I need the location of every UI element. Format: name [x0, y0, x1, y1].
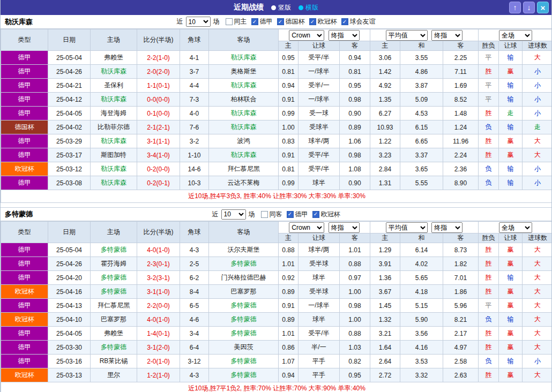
- average-select[interactable]: 平均值: [386, 222, 428, 233]
- handicap-result: 赢: [499, 134, 523, 148]
- odds-away: 0.88: [340, 257, 370, 271]
- away-team-name: 多特蒙德: [209, 313, 279, 327]
- result-badge: 平: [479, 93, 499, 107]
- odds-handicap: 一/球半: [299, 93, 340, 107]
- match-type-badge: 德甲: [1, 176, 48, 190]
- bookmaker-time-select[interactable]: 终指: [329, 30, 360, 41]
- match-type-badge: 德甲: [1, 148, 48, 162]
- away-team-name: 多特蒙德: [209, 257, 279, 271]
- match-score: 1-2(1-0): [137, 368, 180, 382]
- average-select[interactable]: 平均值: [386, 30, 428, 41]
- match-score: 3-1(1-1): [137, 134, 180, 148]
- scroll-up-button[interactable]: ↑: [509, 2, 521, 13]
- handicap-result: 赢: [499, 243, 523, 257]
- checkbox-checked-icon[interactable]: ✓: [309, 18, 316, 25]
- avg-home-odds: 1.45: [370, 299, 400, 313]
- close-button[interactable]: ×: [537, 2, 549, 13]
- avg-draw-odds: 6.65: [400, 134, 443, 148]
- avg-home-odds: 1.29: [370, 243, 400, 257]
- odds-away: 0.98: [340, 93, 370, 107]
- match-score: 2-3(0-1): [137, 257, 180, 271]
- avg-away-odds: 2.36: [443, 162, 479, 176]
- filter-checkbox[interactable]: ✓球会友谊: [341, 17, 376, 26]
- checkbox-unchecked-icon[interactable]: [226, 18, 233, 25]
- odds-handicap: 球半/两: [299, 243, 340, 257]
- bookmaker-select[interactable]: Crown: [289, 30, 324, 41]
- checkbox-checked-icon[interactable]: ✓: [312, 211, 319, 218]
- bookmaker-select[interactable]: Crown: [289, 222, 324, 233]
- away-team-name: 沃尔夫斯堡: [209, 243, 279, 257]
- handicap-result: 输: [499, 162, 523, 176]
- radio-horizontal-layout[interactable]: 横版: [299, 3, 318, 12]
- filter-checkbox[interactable]: ✓德国杯: [277, 17, 305, 26]
- avg-home-odds: 3.23: [370, 148, 400, 162]
- odds-away: 1.08: [340, 162, 370, 176]
- checkbox-checked-icon[interactable]: ✓: [287, 211, 294, 218]
- filter-row: 多特蒙德 近 10 场 同客✓德甲✓欧冠杯: [1, 207, 551, 221]
- result-badge: 胜: [479, 368, 499, 382]
- result-badge: 平: [479, 299, 499, 313]
- avg-draw-odds: 5.09: [400, 93, 443, 107]
- odds-away: 1.00: [340, 313, 370, 327]
- checkbox-unchecked-icon[interactable]: [261, 211, 268, 218]
- filter-checkbox[interactable]: ✓德甲: [287, 210, 308, 219]
- match-type-badge: 德甲: [1, 93, 48, 107]
- home-team-name: 多特蒙德: [91, 271, 137, 285]
- match-count-select[interactable]: 10: [221, 209, 246, 220]
- filter-checkbox[interactable]: 同客: [261, 210, 282, 219]
- corner-score: 4-6: [180, 313, 209, 327]
- odds-handicap: 一/球半: [299, 65, 340, 79]
- col-score: 比分(半场): [137, 29, 180, 51]
- average-time-select[interactable]: 终指: [431, 30, 463, 41]
- avg-home-odds: 3.06: [370, 51, 400, 65]
- match-count-select[interactable]: 10: [186, 17, 211, 27]
- odds-home: 0.92: [279, 271, 299, 285]
- avg-home-odds: 3.67: [370, 285, 400, 299]
- away-team-name: 波鸿: [209, 134, 279, 148]
- scope-select[interactable]: 全场: [499, 30, 532, 41]
- avg-away-odds: 1.24: [443, 120, 479, 134]
- odds-handicap: 受一球: [299, 107, 340, 120]
- result-badge: 负: [479, 176, 499, 190]
- goals-result: 小: [523, 176, 552, 190]
- away-team-name: 多特蒙德: [209, 368, 279, 382]
- corner-score: 14-6: [180, 162, 209, 176]
- avg-away-odds: 1.69: [443, 79, 479, 93]
- goals-result: 大: [523, 257, 552, 271]
- team-section-2: 多特蒙德 近 10 场 同客✓德甲✓欧冠杯 类型 日期 主场 比分(半场): [1, 207, 551, 392]
- filter-checkbox[interactable]: ✓欧冠杯: [309, 17, 337, 26]
- avg-home-odds: 1.42: [370, 65, 400, 79]
- filter-checkbox-label: 德国杯: [286, 17, 305, 26]
- avg-home-odds: 1.32: [370, 313, 400, 327]
- avg-draw-odds: 4.86: [400, 65, 443, 79]
- avg-draw-odds: 3.32: [400, 368, 443, 382]
- filter-checkbox-label: 同客: [270, 210, 282, 219]
- scope-select[interactable]: 全场: [499, 222, 532, 233]
- checkbox-checked-icon[interactable]: ✓: [341, 18, 348, 25]
- section-summary: 近10场,胜7平1负2, 胜率:70% 让胜率:70% 大率:90% 单率:40…: [1, 382, 552, 392]
- result-badge: 胜: [479, 285, 499, 299]
- average-time-select[interactable]: 终指: [431, 222, 463, 233]
- filter-checkbox[interactable]: ✓欧冠杯: [312, 210, 340, 219]
- away-team-name: 柏林联合: [209, 93, 279, 107]
- average-select-cell: 平均值 终指: [370, 29, 479, 41]
- avg-away-odds: 2.17: [443, 327, 479, 341]
- subcol-odds-home: 主: [279, 233, 299, 243]
- subcol-goals: 进球数: [523, 233, 552, 243]
- odds-away: 0.98: [340, 299, 370, 313]
- match-type-badge: 欧冠杯: [1, 162, 48, 176]
- checkbox-checked-icon[interactable]: ✓: [251, 18, 258, 25]
- goals-result: 大: [523, 285, 552, 299]
- checkbox-checked-icon[interactable]: ✓: [277, 18, 284, 25]
- filter-checkbox[interactable]: ✓德甲: [251, 17, 273, 26]
- home-team-name: 圣保利: [91, 79, 137, 93]
- radio-vertical-layout[interactable]: 竖版: [271, 3, 291, 12]
- odds-home: 0.95: [279, 51, 299, 65]
- filter-checkbox[interactable]: 同主: [226, 17, 247, 26]
- scroll-down-button[interactable]: ↓: [523, 2, 535, 13]
- bookmaker-time-select[interactable]: 终指: [329, 222, 360, 233]
- subcol-handicap: 让球: [299, 41, 340, 51]
- col-home: 主场: [91, 222, 137, 243]
- match-score: 0-2(0-0): [137, 162, 180, 176]
- result-badge: 平: [479, 79, 499, 93]
